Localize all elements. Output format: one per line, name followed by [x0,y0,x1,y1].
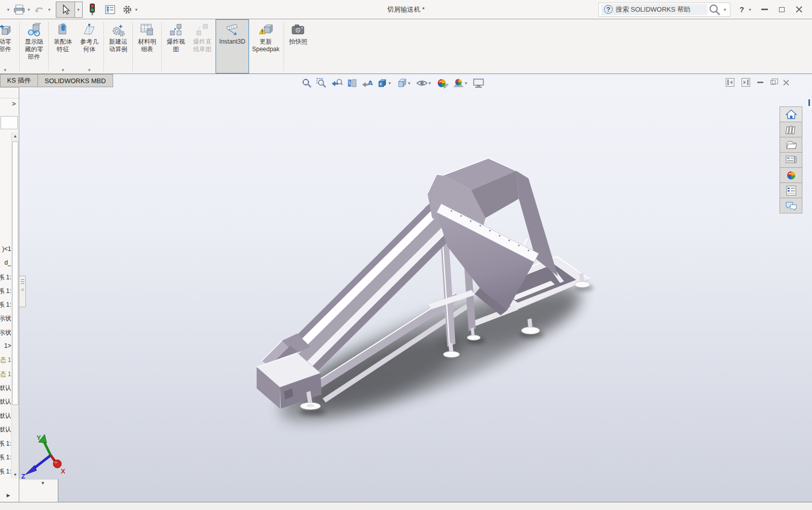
zoom-to-area-button[interactable] [316,78,327,89]
assembly-3d-model[interactable] [0,74,812,502]
tab-solidworks-addins[interactable]: KS 插件 [0,74,38,87]
taskpane-forum-button[interactable] [780,198,802,213]
tree-item[interactable]: 示状 [1,314,11,322]
minimize-button[interactable] [758,4,770,16]
dropdown-arrow-icon[interactable] [429,81,431,86]
tree-item[interactable]: 系 1: [1,301,11,308]
dropdown-arrow-icon[interactable] [389,81,391,86]
previous-view-button[interactable] [331,78,343,89]
scroll-right-icon[interactable] [7,493,10,498]
ribbon-show-hidden-components[interactable]: 显示隐 藏的零 部件 [21,19,47,74]
tree-item[interactable]: 默认 [1,384,11,391]
panel-filter-box[interactable] [1,116,18,129]
dropdown-arrow-icon[interactable] [135,7,138,12]
assembly-features-icon [56,23,70,38]
options-button[interactable] [120,2,134,17]
close-icon [783,79,790,86]
tree-item[interactable]: 系 1: [1,273,11,281]
print-button[interactable] [12,2,27,17]
camera-icon [291,23,305,38]
dynamic-annotation-views-button[interactable]: A [361,78,373,89]
viewport-close-button[interactable] [783,79,790,86]
tab-solidworks-mbd[interactable]: SOLIDWORKS MBD [38,74,113,87]
tree-item[interactable]: 默认 [1,397,11,405]
view-orientation-button[interactable] [377,78,393,89]
dropdown-arrow-icon[interactable] [749,7,751,12]
dropdown-arrow-icon[interactable] [408,81,411,86]
view-settings-button[interactable] [473,78,485,89]
eye-icon [416,78,428,89]
tree-item[interactable]: 系 1: [1,453,11,461]
close-button[interactable] [793,4,805,16]
taskpane-design-library-button[interactable] [780,122,802,137]
document-icon[interactable] [0,4,6,15]
tree-item[interactable]: 态 1 [1,370,11,378]
tree-item[interactable]: )<1 [1,245,11,253]
panel-scrollbar[interactable]: ▲ ▼ [11,132,19,479]
ribbon-reference-geometry[interactable]: 参考几 何体 [76,19,102,74]
ribbon-divider [103,22,104,71]
scroll-down-icon[interactable]: ▼ [12,471,19,479]
ribbon-update-speedpak[interactable]: 更新 Speedpak [249,19,283,74]
task-pane-accent [808,99,810,106]
dropdown-arrow-icon[interactable] [28,7,30,12]
viewport-restore-button[interactable] [770,80,775,85]
taskpane-appearances-button[interactable] [780,167,802,183]
dropdown-arrow-icon[interactable] [465,81,468,86]
viewport-minimize-button[interactable] [757,82,763,83]
cm-tab-bar: KS 插件 SOLIDWORKS MBD [0,74,113,87]
display-style-button[interactable] [397,78,413,89]
tree-item[interactable]: 示状 [1,329,11,336]
taskpane-resources-button[interactable] [780,106,802,122]
ribbon-move-component[interactable]: 动零 部件 [0,19,18,74]
taskpane-file-explorer-button[interactable] [780,137,802,153]
section-view-icon [346,78,358,89]
ribbon-assembly-features[interactable]: 装配体 特征 [50,19,76,74]
taskpane-custom-properties-button[interactable] [780,183,802,198]
ribbon-exploded-view[interactable]: 爆炸视 图 [163,19,189,74]
help-search[interactable]: ? 搜索 SOLIDWORKS 帮助 [598,3,731,17]
ribbon-divider [132,22,133,71]
taskpane-view-palette-button[interactable] [780,152,802,168]
feature-manager-panel[interactable]: ▲ ▼ )<1 d_ 系 1: 系 1: 系 1: 示状 示状 1> 态 1 态… [0,87,19,502]
expand-panel-chevron-icon[interactable] [12,100,16,107]
tree-item[interactable]: 系 1: [1,467,11,475]
selection-filter-button[interactable] [87,2,98,17]
tree-item[interactable]: 态 1 [1,356,11,363]
search-text: 搜索 SOLIDWORKS 帮助 [616,5,690,14]
status-bar [0,502,812,510]
ribbon-bill-of-materials[interactable]: 材料明 细表 [134,19,160,74]
tree-item[interactable]: 系 1: [1,287,11,295]
scroll-up-icon[interactable]: ▲ [12,132,19,140]
edit-appearance-button[interactable] [437,78,449,89]
tree-item[interactable]: 系 1: [1,440,11,447]
tree-item[interactable]: d_ [1,259,11,267]
search-input[interactable]: ? 搜索 SOLIDWORKS 帮助 [601,4,708,15]
hide-show-items-button[interactable] [416,78,433,89]
zoom-to-fit-button[interactable] [301,78,312,89]
search-icon[interactable] [708,3,723,16]
ribbon-take-snapshot[interactable]: 拍快照 [285,19,311,74]
gear-icon [122,4,133,15]
apply-scene-button[interactable] [452,78,470,89]
display-list-icon [104,5,116,15]
expand-pane-right-button[interactable] [742,78,750,87]
dropdown-arrow-icon[interactable] [48,7,51,12]
display-pane-button[interactable] [103,2,117,17]
collapse-pane-left-button[interactable] [726,78,734,87]
ribbon-new-motion-study[interactable]: 新建运 动算例 [105,19,131,74]
tree-item[interactable]: 默认 [1,412,11,419]
tree-item[interactable]: 1> [1,342,11,350]
select-tool-dropdown[interactable] [75,2,83,18]
section-view-button[interactable] [346,78,358,89]
scrollbar-thumb[interactable] [12,141,18,405]
restore-button[interactable] [775,4,788,16]
ribbon-instant3d[interactable]: Instant3D [216,19,249,74]
panel-splitter-handle[interactable] [19,276,26,307]
tree-item[interactable]: 默认 [1,425,11,433]
dropdown-arrow-icon[interactable] [724,7,726,12]
help-button[interactable]: ? [735,4,748,16]
reference-triad: Y Z X [19,432,80,488]
select-tool-button[interactable] [56,2,83,17]
dropdown-arrow-icon[interactable] [7,7,10,12]
